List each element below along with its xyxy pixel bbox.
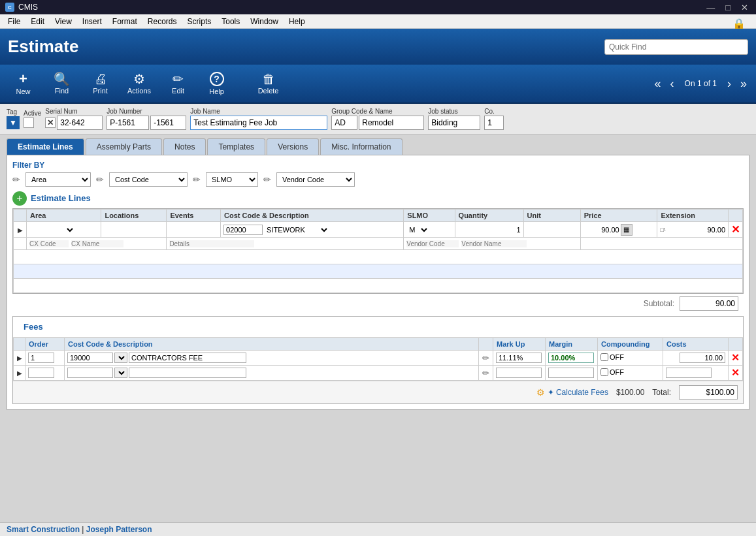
slmo-cell-select[interactable]: M [406, 225, 429, 234]
edit-button[interactable]: ✏ Edit [160, 67, 196, 100]
area-cell-select[interactable] [29, 225, 75, 234]
vendor-name-input[interactable] [461, 240, 527, 247]
tab-templates[interactable]: Templates [207, 138, 265, 155]
costcode-select[interactable]: Cost Code [109, 172, 188, 187]
extension-cell-input[interactable] [686, 226, 725, 234]
tab-assembly-parts[interactable]: Assembly Parts [86, 138, 162, 155]
group-name-input[interactable] [359, 116, 424, 130]
fee-order-input[interactable] [28, 353, 54, 363]
nav-next-button[interactable]: › [723, 76, 735, 92]
delete-fee-row2-button[interactable]: ✕ [731, 367, 740, 378]
active-checkbox[interactable] [24, 118, 34, 128]
calculator-icon[interactable]: ▦ [621, 224, 633, 236]
tab-misc-info[interactable]: Misc. Information [320, 138, 402, 155]
gear-icon: ⚙ [536, 387, 545, 398]
serial-num-field: Serial Num ✕ [45, 108, 103, 130]
new-button[interactable]: + New [5, 67, 41, 100]
serial-checkbox[interactable]: ✕ [45, 118, 56, 128]
menu-view[interactable]: View [50, 16, 77, 27]
fee-description-input2[interactable] [129, 368, 246, 378]
quantity-cell-input[interactable] [488, 226, 521, 234]
fee-compounding-checkbox[interactable]: OFF [600, 353, 624, 361]
nav-first-button[interactable]: « [651, 76, 665, 92]
brand-name: Smart Construction [7, 525, 80, 534]
area-pencil-icon[interactable]: ✏ [12, 174, 20, 185]
fee-costcode-select[interactable]: ▼ [114, 353, 127, 363]
nav-prev-button[interactable]: ‹ [666, 76, 678, 92]
nav-last-button[interactable]: » [736, 76, 751, 92]
window-controls[interactable]: — □ ✕ [704, 3, 751, 12]
fee-pencil-icon[interactable]: ✏ [482, 353, 489, 363]
cx-name-input[interactable] [71, 240, 123, 247]
job-number-input1[interactable] [107, 116, 149, 130]
menu-format[interactable]: Format [107, 16, 142, 27]
fee-markup-input2[interactable] [496, 368, 542, 378]
fee-description-input[interactable] [129, 353, 246, 363]
help-button[interactable]: ? Help [199, 67, 235, 100]
job-status-input[interactable] [428, 116, 480, 130]
fee-costcode-input2[interactable] [67, 368, 113, 378]
area-select[interactable]: Area [25, 172, 91, 187]
find-button[interactable]: 🔍 Find [44, 67, 80, 100]
slmo-select[interactable]: SLMO [206, 172, 258, 187]
tab-versions[interactable]: Versions [267, 138, 319, 155]
menu-scripts[interactable]: Scripts [182, 16, 217, 27]
group-code-input[interactable] [331, 116, 357, 130]
vendor-code-input[interactable] [406, 240, 459, 247]
fee-costcode-select2[interactable]: ▼ [114, 368, 127, 378]
maximize-button[interactable]: □ [723, 3, 733, 12]
menu-window[interactable]: Window [245, 16, 284, 27]
slmo-pencil-icon[interactable]: ✏ [193, 174, 201, 185]
job-name-input[interactable] [190, 116, 327, 130]
fee-compounding-checkbox2[interactable]: OFF [600, 368, 624, 376]
price-cell-input[interactable] [583, 226, 619, 234]
active-label: Active [24, 110, 41, 117]
job-number-input2[interactable] [150, 116, 186, 130]
costcode-pencil-icon[interactable]: ✏ [96, 174, 104, 185]
minimize-button[interactable]: — [704, 3, 717, 12]
menu-records[interactable]: Records [142, 16, 182, 27]
events-cell-input[interactable] [169, 226, 202, 234]
cx-code-input[interactable] [29, 240, 69, 247]
costcode-cell-input[interactable] [223, 225, 263, 235]
delete-fee-row-button[interactable]: ✕ [731, 352, 740, 363]
fee-markup-input[interactable] [496, 353, 542, 363]
co-input[interactable] [484, 116, 504, 130]
menu-help[interactable]: Help [284, 16, 310, 27]
menu-file[interactable]: File [3, 16, 25, 27]
vendor-pencil-icon[interactable]: ✏ [263, 174, 271, 185]
vendor-select[interactable]: Vendor Code [276, 172, 355, 187]
unit-cell-input[interactable] [527, 226, 553, 234]
fee-row2-expand[interactable]: ▶ [17, 370, 22, 377]
row-expand-icon[interactable]: ▶ [18, 227, 23, 234]
fee-row-expand[interactable]: ▶ [17, 355, 22, 362]
fee-pencil-icon2[interactable]: ✏ [482, 368, 489, 378]
tab-notes[interactable]: Notes [163, 138, 206, 155]
menu-edit[interactable]: Edit [25, 16, 50, 27]
fee-margin-input[interactable] [548, 353, 594, 363]
add-line-button[interactable]: + [12, 191, 27, 206]
serial-num-input[interactable] [57, 116, 103, 130]
close-button[interactable]: ✕ [738, 3, 751, 12]
description-cell-select[interactable]: SITEWORK [264, 225, 329, 234]
menu-tools[interactable]: Tools [216, 16, 245, 27]
co-field: Co. [484, 108, 504, 130]
fee-costs-input2[interactable] [666, 368, 712, 378]
details-input[interactable] [169, 240, 254, 247]
serial-num-label: Serial Num [45, 108, 103, 115]
print-button[interactable]: 🖨 Print [82, 67, 118, 100]
tab-estimate-lines[interactable]: Estimate Lines [7, 138, 84, 155]
menu-insert[interactable]: Insert [77, 16, 107, 27]
fee-margin-input2[interactable] [548, 368, 594, 378]
actions-button[interactable]: ⚙ Actions [121, 67, 157, 100]
fee-costs-input[interactable] [680, 353, 725, 363]
calculate-fees-button[interactable]: ⚙ ✦ Calculate Fees [536, 387, 608, 398]
fee-costcode-input[interactable] [67, 353, 113, 363]
co-label: Co. [484, 108, 504, 115]
delete-button[interactable]: 🗑 Delete [250, 67, 286, 100]
tag-button[interactable]: ▼ [7, 116, 20, 129]
locations-cell-input[interactable] [104, 226, 143, 234]
quick-find-input[interactable] [604, 39, 748, 55]
fee-order-input2[interactable] [28, 368, 54, 378]
delete-row-button[interactable]: ✕ [731, 224, 740, 235]
